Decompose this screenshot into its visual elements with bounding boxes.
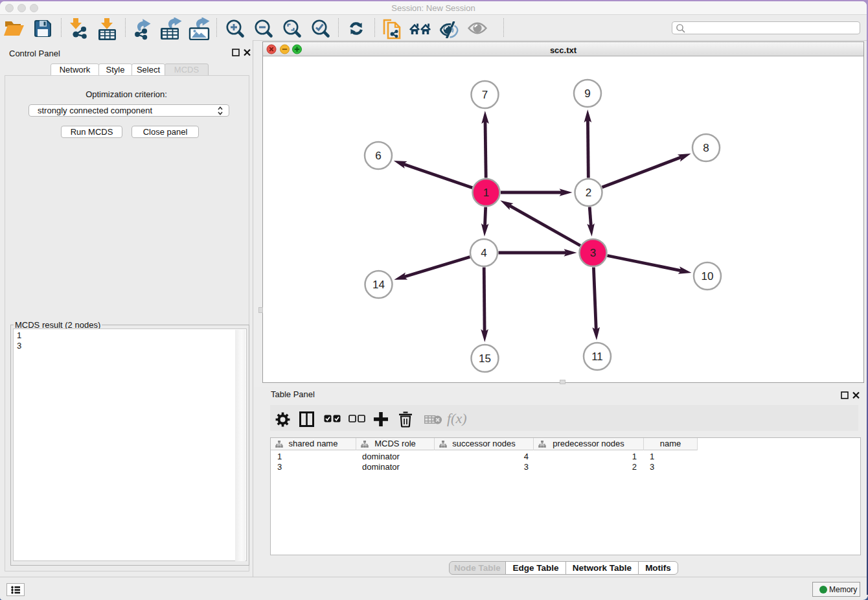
svg-text:2: 2 [586,187,591,199]
svg-text:7: 7 [482,89,488,101]
svg-text:10: 10 [702,270,714,283]
svg-text:4: 4 [481,247,486,259]
svg-text:1: 1 [483,187,489,199]
svg-text:3: 3 [590,247,596,259]
svg-text:8: 8 [703,142,709,154]
svg-text:6: 6 [375,150,381,162]
svg-text:11: 11 [591,351,603,363]
svg-text:15: 15 [479,352,491,365]
svg-text:9: 9 [584,87,590,100]
svg-text:14: 14 [372,279,385,291]
